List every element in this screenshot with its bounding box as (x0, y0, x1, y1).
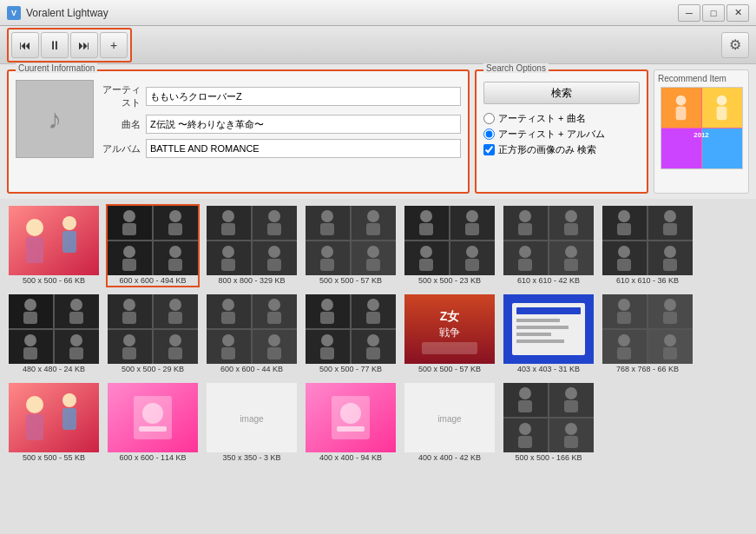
recommend-image[interactable]: 2012 (661, 87, 743, 169)
grid-size-label: 610 x 610 - 42 KB (503, 275, 594, 286)
grid-size-label: 400 x 400 - 42 KB (404, 452, 495, 463)
svg-point-171 (340, 403, 361, 424)
radio-artist-track[interactable]: アーティスト + 曲名 (483, 112, 640, 125)
svg-rect-44 (320, 223, 334, 235)
grid-size-label: 500 x 500 - 23 KB (404, 275, 495, 286)
grid-item[interactable]: 500 x 500 - 57 KB (304, 204, 398, 287)
grid-size-label: 500 x 500 - 29 KB (108, 364, 198, 374)
grid-item[interactable]: 600 x 600 - 114 KB (106, 381, 200, 465)
grid-thumbnail (108, 294, 198, 364)
main-content: Cuurent Information ♪ アーティスト 曲名 アルバム (0, 64, 756, 534)
grid-item[interactable]: 500 x 500 - 23 KB (403, 204, 496, 287)
checkbox-square-only[interactable]: 正方形の画像のみ 検索 (483, 143, 640, 156)
search-button[interactable]: 検索 (483, 82, 640, 104)
grid-item[interactable]: 800 x 800 - 329 KB (205, 204, 299, 287)
grid-item[interactable]: 500 x 500 - 77 KB (304, 293, 398, 376)
svg-point-35 (222, 246, 234, 258)
svg-rect-26 (168, 259, 182, 271)
grid-item[interactable]: 600 x 600 - 44 KB (205, 293, 299, 376)
svg-rect-32 (221, 223, 235, 235)
search-options-panel: Search Options 検索 アーティスト + 曲名 アーティスト + ア… (475, 69, 648, 194)
svg-point-103 (123, 299, 135, 311)
svg-text:image: image (240, 414, 264, 424)
svg-point-185 (565, 423, 577, 435)
grid-size-label: 403 x 403 - 31 KB (503, 364, 594, 374)
svg-point-97 (70, 334, 82, 346)
grid-row-0: 500 x 500 - 66 KB 600 x 600 - 494 KB (7, 204, 749, 287)
grid-item[interactable]: 768 x 768 - 66 KB (601, 293, 694, 376)
next-button[interactable]: ⏭ (70, 32, 98, 58)
grid-item[interactable]: 400 x 400 - 94 KB (304, 381, 398, 465)
svg-point-7 (716, 96, 726, 106)
checkbox-square-input[interactable] (483, 144, 495, 155)
svg-point-85 (664, 246, 676, 258)
maximize-button[interactable]: □ (702, 4, 725, 22)
svg-rect-106 (168, 312, 182, 324)
svg-point-69 (565, 210, 577, 222)
grid-item[interactable]: 610 x 610 - 42 KB (502, 204, 595, 287)
radio-artist-album[interactable]: アーティスト + アルバム (483, 128, 640, 141)
svg-point-183 (519, 423, 531, 435)
grid-item[interactable]: 500 x 500 - 66 KB (7, 204, 101, 287)
grid-item[interactable]: 600 x 600 - 494 KB (106, 204, 200, 287)
svg-point-61 (466, 246, 478, 258)
svg-rect-116 (221, 312, 235, 324)
grid-item[interactable]: 403 x 403 - 31 KB (502, 293, 595, 376)
minimize-button[interactable]: ─ (678, 4, 700, 22)
svg-point-79 (618, 210, 630, 222)
svg-rect-14 (62, 231, 76, 253)
svg-point-73 (565, 246, 577, 258)
svg-rect-34 (267, 223, 281, 235)
svg-rect-62 (465, 259, 479, 271)
svg-rect-58 (465, 223, 479, 235)
grid-thumbnail (207, 294, 297, 364)
svg-point-59 (420, 246, 432, 258)
grid-size-label: 600 x 600 - 114 KB (108, 452, 198, 463)
grid-thumbnail (404, 206, 495, 275)
svg-point-45 (367, 210, 379, 222)
svg-point-55 (420, 210, 432, 222)
svg-rect-92 (23, 312, 37, 324)
album-input[interactable] (146, 139, 461, 158)
title-bar: V Voralent Lightway ─ □ ✕ (0, 0, 756, 26)
svg-point-165 (142, 403, 163, 424)
radio-artist-track-input[interactable] (483, 113, 495, 124)
svg-point-133 (367, 334, 379, 346)
pause-button[interactable]: ⏸ (41, 32, 69, 58)
album-thumbnail: ♪ (16, 80, 94, 158)
grid-item[interactable]: 610 x 610 - 36 KB (601, 204, 694, 287)
artist-input[interactable] (146, 87, 461, 106)
grid-row-2: 500 x 500 - 55 KB 600 x 600 - 114 KB ima… (7, 381, 749, 465)
image-grid: 500 x 500 - 66 KB 600 x 600 - 494 KB (0, 199, 756, 534)
svg-rect-118 (267, 312, 281, 324)
settings-button[interactable]: ⚙ (721, 32, 749, 58)
radio-artist-album-input[interactable] (483, 129, 495, 140)
svg-rect-68 (518, 223, 532, 235)
search-options-label: Search Options (483, 63, 549, 73)
svg-rect-184 (518, 436, 532, 448)
grid-thumbnail (503, 294, 594, 364)
prev-button[interactable]: ⏮ (11, 32, 39, 58)
grid-size-label: 500 x 500 - 166 KB (503, 452, 594, 463)
grid-item[interactable]: 500 x 500 - 166 KB (502, 381, 595, 465)
close-button[interactable]: ✕ (726, 4, 749, 22)
svg-rect-74 (564, 259, 578, 271)
add-button[interactable]: + (100, 32, 128, 58)
svg-point-91 (24, 299, 36, 311)
svg-point-150 (618, 299, 630, 311)
current-info-label: Cuurent Information (16, 63, 97, 73)
grid-item[interactable]: image 350 x 350 - 3 KB (205, 381, 299, 465)
grid-item[interactable]: 500 x 500 - 55 KB (7, 381, 101, 465)
svg-rect-10 (9, 206, 99, 275)
recommend-label: Recommend Item (658, 74, 726, 83)
svg-point-127 (321, 299, 333, 311)
grid-thumbnail (9, 294, 99, 364)
grid-item[interactable]: image 400 x 400 - 42 KB (403, 381, 496, 465)
track-input[interactable] (146, 115, 461, 134)
grid-item[interactable]: 500 x 500 - 29 KB (106, 293, 200, 376)
grid-item[interactable]: Z女 戦争 500 x 500 - 57 KB (403, 293, 496, 376)
grid-item[interactable]: 480 x 480 - 24 KB (7, 293, 101, 376)
grid-thumbnail (503, 206, 594, 275)
svg-point-25 (169, 246, 181, 258)
svg-point-179 (519, 387, 531, 399)
